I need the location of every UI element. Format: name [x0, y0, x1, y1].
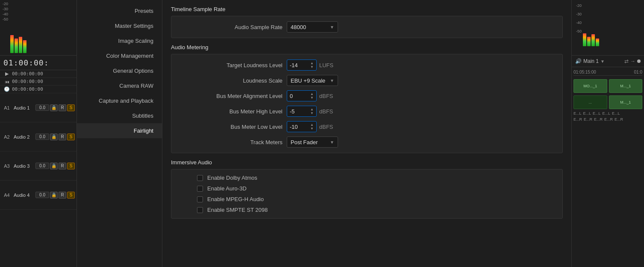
left-panel: -20 -30 -40 -50 01:00:00: ▶ 00:00:00:00 … — [0, 0, 77, 267]
target-loudness-input[interactable]: -14 ▲ ▼ — [287, 59, 317, 71]
right-scale-1: -20 — [576, 3, 582, 8]
bus-meter-low-spinner[interactable]: ▲ ▼ — [310, 123, 314, 131]
clip-m1-label: M..._1 — [620, 84, 631, 88]
small-label-2b: E...R — [584, 117, 592, 122]
track-s-a2[interactable]: S — [67, 134, 75, 140]
bus-meter-alignment-up[interactable]: ▲ — [310, 92, 314, 96]
right-meter-bar-1 — [583, 33, 586, 46]
small-label-1c: E...L — [593, 111, 601, 116]
left-meters-area: -20 -30 -40 -50 — [0, 0, 76, 56]
track-s-a3[interactable]: S — [67, 163, 75, 169]
audio-sample-rate-dropdown[interactable]: 48000 ▼ — [287, 21, 338, 33]
track-fader-a4[interactable]: 0.0 — [35, 192, 49, 198]
bus-meter-alignment-down[interactable]: ▼ — [310, 96, 314, 100]
bus-meter-high-unit: dBFS — [319, 108, 333, 115]
indicator-dot — [637, 59, 641, 63]
clip-m2[interactable]: ... — [573, 95, 607, 109]
bus-meter-low-up[interactable]: ▲ — [310, 123, 314, 127]
timeline-sample-rate-box: Audio Sample Rate 48000 ▼ — [171, 16, 563, 38]
bus-meter-low-down[interactable]: ▼ — [310, 127, 314, 131]
bus-meter-high-down[interactable]: ▼ — [310, 111, 314, 115]
track-r-a2[interactable]: R — [59, 134, 66, 140]
track-r-a1[interactable]: R — [59, 104, 66, 111]
right-meter-bar-2 — [587, 37, 591, 46]
track-lock-a2[interactable]: 🔒 — [50, 134, 58, 140]
nav-item-capture-playback[interactable]: Capture and Playback — [77, 93, 162, 108]
bus-meter-low-value: -10 — [290, 124, 298, 130]
track-s-a4[interactable]: S — [67, 192, 75, 199]
output-dropdown[interactable]: ▼ — [600, 59, 605, 64]
transport-icon-2[interactable]: ⏮ — [3, 79, 10, 84]
clip-mo1[interactable]: MO..._1 — [573, 79, 607, 93]
track-s-a1[interactable]: S — [67, 104, 75, 111]
mpeg-h-checkbox[interactable] — [197, 196, 203, 202]
nav-item-camera-raw[interactable]: Camera RAW — [77, 78, 162, 93]
bus-meter-low-input[interactable]: -10 ▲ ▼ — [287, 121, 317, 132]
track-fader-a1[interactable]: 0.0 — [35, 104, 49, 111]
auro-3d-checkbox[interactable] — [197, 186, 203, 192]
track-lock-a3[interactable]: 🔒 — [50, 163, 58, 169]
nav-item-master-settings[interactable]: Master Settings — [77, 18, 162, 33]
audio-metering-box: Target Loudness Level -14 ▲ ▼ LUFS — [171, 54, 563, 153]
track-meters-row: Track Meters Post Fader ▼ — [180, 136, 554, 148]
small-labels-row-1: E...L E...L E...L E...L E...L — [573, 111, 642, 116]
nav-item-general-options[interactable]: General Options — [77, 63, 162, 78]
track-lock-a1[interactable]: 🔒 — [50, 104, 58, 111]
transport-row-3: 🕐 00:00:00:00 — [0, 86, 76, 93]
right-timeline: 01:05:15:00 01:0 MO..._1 M..._1 ... M...… — [572, 67, 644, 267]
timeline-header: 01:05:15:00 01:0 — [573, 69, 642, 76]
nav-item-image-scaling[interactable]: Image Scaling — [77, 33, 162, 48]
left-right-arrows-icon[interactable]: ⇄ — [624, 58, 629, 64]
small-label-1e: E...L — [612, 111, 620, 116]
track-fader-a3[interactable]: 0.0 — [35, 163, 49, 169]
bus-meter-alignment-value: 0 — [290, 93, 293, 99]
transport-icon-1[interactable]: ▶ — [3, 71, 10, 77]
bus-meter-alignment-input[interactable]: 0 ▲ ▼ — [287, 90, 317, 101]
clock-icon: 🕐 — [3, 86, 10, 92]
loudness-scale-dropdown[interactable]: EBU +9 Scale ▼ — [287, 75, 338, 86]
clip-m3[interactable]: M..._1 — [609, 95, 643, 109]
track-meters-arrow: ▼ — [330, 140, 334, 145]
clip-m1[interactable]: M..._1 — [609, 79, 643, 93]
audio-track-a3: A3 Audio 3 0.0 🔒 R S — [0, 151, 76, 181]
track-name-a3: Audio 3 — [14, 163, 34, 169]
track-controls-a2: 0.0 🔒 R S — [35, 134, 75, 140]
nav-item-subtitles[interactable]: Subtitles — [77, 108, 162, 123]
bus-meter-high-spinner[interactable]: ▲ ▼ — [310, 107, 314, 115]
dolby-atmos-checkbox[interactable] — [197, 175, 203, 181]
immersive-audio-box: Enable Dolby Atmos Enable Auro-3D Enable… — [171, 169, 563, 219]
bus-meter-high-row: Bus Meter High Level -5 ▲ ▼ dBFS — [180, 106, 554, 117]
track-name-a4: Audio 4 — [14, 193, 34, 198]
nav-item-fairlight[interactable]: Fairlight — [77, 123, 162, 138]
smpte-st-checkbox[interactable] — [197, 207, 203, 213]
nav-item-color-management[interactable]: Color Management — [77, 48, 162, 63]
settings-content: Timeline Sample Rate Audio Sample Rate 4… — [162, 0, 571, 267]
left-meter-bars — [10, 2, 26, 53]
right-scale-3: -40 — [576, 21, 582, 25]
track-r-a4[interactable]: R — [59, 192, 66, 199]
track-name-a2: Audio 2 — [14, 134, 34, 139]
target-loudness-down[interactable]: ▼ — [310, 65, 314, 69]
target-loudness-up[interactable]: ▲ — [310, 61, 314, 65]
right-arrow-icon[interactable]: → — [630, 58, 635, 64]
bus-meter-high-input[interactable]: -5 ▲ ▼ — [287, 106, 317, 117]
track-label-a2: A2 — [2, 134, 12, 139]
right-scale-4: -50 — [576, 29, 582, 33]
output-label: Main 1 — [583, 58, 599, 64]
nav-item-presets[interactable]: Presets — [77, 3, 162, 18]
audio-metering-title: Audio Metering — [171, 44, 563, 50]
track-lock-a4[interactable]: 🔒 — [50, 192, 58, 199]
meter-scale-label-3: -40 — [3, 12, 8, 16]
track-r-a3[interactable]: R — [59, 163, 66, 169]
track-meters-dropdown[interactable]: Post Fader ▼ — [287, 136, 338, 148]
target-loudness-unit: LUFS — [319, 62, 333, 68]
bus-meter-alignment-spinner[interactable]: ▲ ▼ — [310, 92, 314, 100]
output-dropdown-arrow: ▼ — [600, 59, 605, 64]
auro-3d-row: Enable Auro-3D — [180, 185, 554, 192]
bus-meter-low-control: -10 ▲ ▼ dBFS — [287, 121, 333, 132]
auro-3d-label: Enable Auro-3D — [207, 185, 247, 192]
target-loudness-spinner[interactable]: ▲ ▼ — [310, 61, 314, 69]
center-panel: Presets Master Settings Image Scaling Co… — [77, 0, 571, 267]
track-fader-a2[interactable]: 0.0 — [35, 134, 49, 140]
bus-meter-high-up[interactable]: ▲ — [310, 107, 314, 111]
